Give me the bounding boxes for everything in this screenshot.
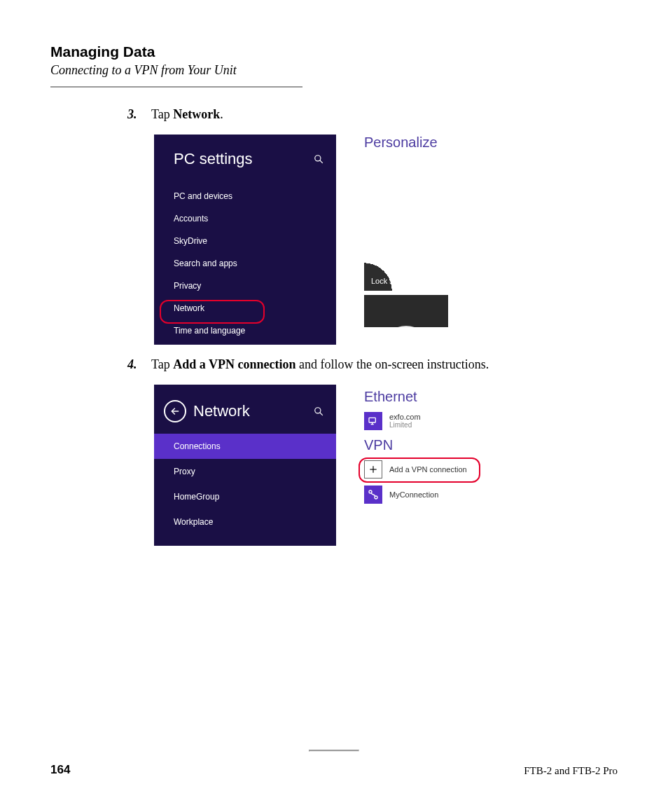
personalize-pane: Personalize Lock screen [364,135,609,327]
step-3: 3. Tap Network. [127,107,618,122]
network-right-pane: Ethernet exfo.com Limited VPN [364,385,574,511]
add-vpn-label: Add a VPN connection [389,465,467,474]
svg-rect-5 [369,418,375,422]
ethernet-icon [364,412,382,430]
network-panel: Network Connections Proxy HomeGroup Work… [154,385,336,546]
step4-post: and follow the on-screen instructions. [295,357,489,371]
network-title: Network [193,402,250,420]
account-picture-thumb[interactable] [364,295,448,327]
section-heading: Managing Data [50,43,618,60]
svg-point-3 [315,408,321,413]
step-text: Tap Add a VPN connection and follow the … [151,357,618,372]
pc-settings-title: PC settings [174,150,253,168]
lock-screen-label: Lock screen [371,277,412,285]
eth-status: Limited [389,421,421,429]
sidebar-item-network[interactable]: Network [174,297,323,319]
figure-pc-settings: PC settings PC and devices Accounts SkyD… [154,135,618,345]
footer-rule [309,750,359,752]
page-number: 164 [50,763,70,777]
vpn-heading: VPN [364,437,574,453]
header-rule [50,86,302,88]
figure-network: Network Connections Proxy HomeGroup Work… [154,385,618,546]
add-vpn-connection[interactable]: Add a VPN connection [364,460,574,479]
plus-icon [364,460,382,479]
footer-product: FTB-2 and FTB-2 Pro [524,765,618,777]
sidebar-item-time-language[interactable]: Time and language [174,319,323,342]
step-number: 3. [127,107,151,122]
lock-screen-preview[interactable]: Lock screen [364,160,609,291]
section-subtitle: Connecting to a VPN from Your Unit [50,63,618,78]
sidebar-item-connections[interactable]: Connections [154,434,336,459]
svg-point-0 [315,156,321,161]
vpn-icon [364,486,382,504]
sidebar-item-accounts[interactable]: Accounts [174,207,323,230]
search-icon[interactable] [314,406,323,416]
sidebar-item-homegroup[interactable]: HomeGroup [154,484,336,509]
sidebar-item-search-apps[interactable]: Search and apps [174,252,323,275]
step-number: 4. [127,357,151,372]
personalize-title: Personalize [364,135,609,151]
sidebar-item-privacy[interactable]: Privacy [174,275,323,297]
step3-pre: Tap [151,107,173,121]
step4-bold: Add a VPN connection [173,357,295,371]
svg-line-1 [320,160,323,163]
back-icon[interactable] [164,400,186,422]
step-text: Tap Network. [151,107,618,122]
vpn-connection-myconnection[interactable]: MyConnection [364,486,574,504]
step3-bold: Network [173,107,220,121]
pc-settings-panel: PC settings PC and devices Accounts SkyD… [154,135,336,345]
ethernet-connection[interactable]: exfo.com Limited [364,412,574,430]
search-icon[interactable] [314,154,323,164]
step3-post: . [220,107,223,121]
vpn-name: MyConnection [389,490,438,499]
svg-line-4 [320,413,323,415]
sidebar-item-workplace[interactable]: Workplace [154,509,336,535]
step4-pre: Tap [151,357,173,371]
sidebar-item-proxy[interactable]: Proxy [154,459,336,484]
sidebar-item-skydrive[interactable]: SkyDrive [174,230,323,252]
step-4: 4. Tap Add a VPN connection and follow t… [127,357,618,372]
ethernet-heading: Ethernet [364,389,574,405]
eth-name: exfo.com [389,413,421,421]
sidebar-item-pc-devices[interactable]: PC and devices [174,185,323,207]
